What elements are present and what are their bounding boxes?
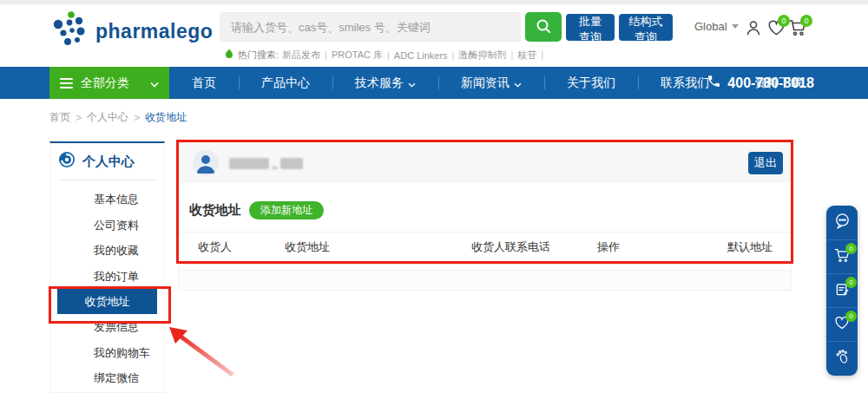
sidebar-item-company-info[interactable]: 公司资料 (50, 213, 164, 239)
sidebar-item-my-orders[interactable]: 我的订单 (50, 264, 164, 290)
chevron-down-icon (150, 75, 159, 91)
breadcrumb-current: 收货地址 (145, 110, 187, 125)
nav-item-home[interactable]: 首页 (169, 67, 239, 99)
search-bar (220, 12, 562, 42)
hot-search-item[interactable]: ADC Linkers (394, 50, 459, 61)
chevron-down-icon (732, 24, 739, 29)
sidebar-title: 个人中心 (82, 154, 135, 170)
cart-count-badge: 0 (845, 243, 857, 254)
breadcrumb-separator: > (76, 112, 82, 124)
chat-icon (834, 213, 851, 233)
avatar (193, 150, 219, 176)
phone-icon (707, 74, 721, 92)
footprint-icon (835, 349, 850, 368)
search-button[interactable] (525, 12, 562, 42)
favorites-count-badge: 0 (845, 311, 857, 322)
breadcrumb-separator: > (134, 112, 140, 124)
browse-history-button[interactable] (826, 341, 858, 375)
empty-list-strip (178, 270, 792, 291)
sidebar-item-my-cart[interactable]: 我的购物车 (50, 340, 164, 366)
chevron-down-icon (408, 76, 416, 90)
all-categories-button[interactable]: 全部分类 (49, 67, 169, 99)
col-address: 收货地址 (285, 239, 471, 255)
nav-item-about[interactable]: 关于我们 (544, 67, 638, 99)
section-title: 收货地址 (189, 202, 241, 219)
username-redacted (229, 158, 303, 169)
customer-service-button[interactable] (826, 206, 858, 239)
hot-search-item[interactable]: PROTAC 库 (332, 49, 394, 62)
inquiry-count-badge: 0 (845, 277, 857, 288)
sidebar-menu: 基本信息 公司资料 我的收藏 我的订单 收货地址 发票信息 我的购物车 绑定微信 (50, 180, 164, 391)
personal-center-icon (58, 151, 76, 172)
logo[interactable]: pharmalego (50, 10, 213, 53)
sidebar-header: 个人中心 (50, 143, 164, 180)
global-label: Global (694, 20, 727, 33)
hot-search-row: 热门搜索: 新品发布 PROTAC 库 ADC Linkers 激酶抑制剂 核苷 (224, 49, 548, 62)
hot-search-item[interactable]: 激酶抑制剂 (458, 49, 517, 62)
personal-center-sidebar: 个人中心 基本信息 公司资料 我的收藏 我的订单 收货地址 发票信息 我的购物车… (49, 141, 165, 393)
global-language-dropdown[interactable]: Global (694, 20, 739, 33)
nav-item-news[interactable]: 新闻资讯 (438, 67, 544, 99)
user-info-row: 退出 (179, 143, 791, 183)
chevron-down-icon (514, 76, 522, 90)
page: pharmalego 批量查询 结构式查询 Global (0, 0, 868, 393)
breadcrumb-home[interactable]: 首页 (49, 110, 70, 125)
header: pharmalego 批量查询 结构式查询 Global (0, 4, 868, 59)
nav-item-tech-services[interactable]: 技术服务 (332, 67, 438, 99)
favorites-button[interactable]: 0 (826, 307, 858, 341)
structure-query-button[interactable]: 结构式查询 (619, 14, 673, 41)
service-phone: 400-780-8018 (707, 67, 814, 99)
sidebar-item-basic-info[interactable]: 基本信息 (50, 187, 164, 213)
flame-icon (224, 49, 234, 62)
sidebar-item-bind-wechat[interactable]: 绑定微信 (50, 365, 164, 391)
sidebar-item-shipping-address[interactable]: 收货地址 (57, 289, 157, 314)
floating-toolbar: 0 0 0 (826, 206, 858, 376)
inquiry-list-button[interactable]: 0 (826, 273, 858, 307)
search-input[interactable] (220, 12, 521, 42)
cart-button[interactable]: 0 (826, 239, 858, 273)
annotation-arrow (156, 312, 252, 390)
add-address-button[interactable]: 添加新地址 (249, 201, 324, 219)
breadcrumb: 首页 > 个人中心 > 收货地址 (49, 110, 187, 125)
main-nav: 全部分类 首页 产品中心 技术服务 新闻资讯 关于我们 联系我们 资料下载 (0, 67, 868, 99)
col-phone: 收货人联系电话 (471, 239, 597, 255)
favorites-count-badge: 0 (778, 15, 790, 27)
hamburger-icon (60, 75, 73, 91)
shipping-address-panel: 退出 收货地址 添加新地址 收货人 收货地址 收货人联系电话 操作 默认地址 (178, 142, 792, 291)
hot-search-item[interactable]: 核苷 (517, 49, 548, 62)
sidebar-item-invoice-info[interactable]: 发票信息 (50, 314, 164, 340)
cart-count-badge: 0 (800, 15, 812, 27)
account-icon[interactable] (745, 19, 762, 40)
col-consignee: 收货人 (198, 239, 285, 255)
breadcrumb-personal-center[interactable]: 个人中心 (87, 110, 128, 125)
phone-number: 400-780-8018 (727, 75, 814, 91)
logo-text: pharmalego (95, 20, 213, 43)
nav-item-products[interactable]: 产品中心 (239, 67, 332, 99)
hot-search-item[interactable]: 新品发布 (282, 49, 332, 62)
section-header: 收货地址 添加新地址 (189, 201, 791, 219)
logout-button[interactable]: 退出 (748, 152, 783, 174)
col-actions: 操作 (597, 239, 727, 255)
hot-search-label: 热门搜索: (238, 49, 279, 62)
address-table-header: 收货人 收货地址 收货人联系电话 操作 默认地址 (179, 232, 791, 265)
batch-query-button[interactable]: 批量查询 (566, 14, 615, 41)
search-icon (536, 18, 551, 36)
col-default: 默认地址 (727, 239, 773, 255)
sidebar-item-my-favorites[interactable]: 我的收藏 (50, 238, 164, 264)
all-categories-label: 全部分类 (81, 75, 150, 91)
molecule-logo-icon (50, 10, 89, 53)
